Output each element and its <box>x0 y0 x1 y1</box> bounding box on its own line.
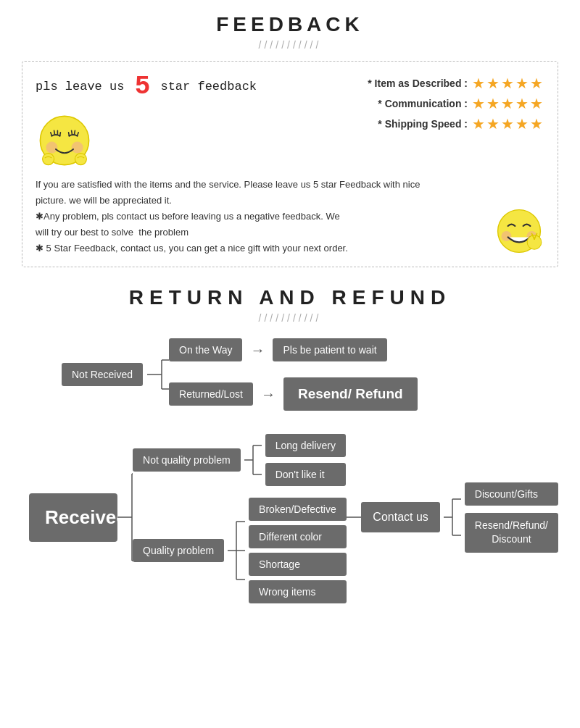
feedback-section: FEEDBACK /////////// pls leave us 5 star… <box>0 0 580 275</box>
quality-problem-box: Quality problem <box>133 539 224 562</box>
to-contact-svg <box>347 445 362 590</box>
not-received-branches: On the Way → Pls be patient to wait Retu… <box>169 338 418 411</box>
smiley-face-2 <box>494 206 544 256</box>
arrow-1: → <box>250 342 265 359</box>
feedback-body: If you are satisfied with the items and … <box>36 177 544 256</box>
feedback-body-inner: If you are satisfied with the items and … <box>36 177 544 256</box>
returned-lost-box: Returned/Lost <box>169 382 253 406</box>
tagline-prefix: pls leave us <box>36 80 124 93</box>
wrong-items-box: Wrong items <box>249 580 347 603</box>
contact-us-box: Contact us <box>361 502 439 532</box>
pls-wait-box: Pls be patient to wait <box>273 338 386 361</box>
rating-row-2: * Communication : ★★★★★ <box>366 95 544 112</box>
refund-section: RETURN AND REFUND /////////// Not Receiv… <box>0 275 580 618</box>
quality-group: Quality problem Broken/Defective <box>133 498 347 603</box>
received-middle: Not quality problem Long delivery Don <box>133 431 347 603</box>
quality-svg <box>228 507 245 594</box>
svg-point-2 <box>72 142 83 154</box>
arrow-2: → <box>261 386 276 403</box>
svg-point-16 <box>527 235 542 250</box>
feedback-left: pls leave us 5 star feedback <box>36 72 257 170</box>
broken-box: Broken/Defective <box>249 498 347 521</box>
resend-refund-discount-box: Resend/Refund/Discount <box>465 513 558 553</box>
rating-row-1: * Item as Described : ★★★★★ <box>366 75 544 92</box>
received-flow: Received Not quality problem <box>29 431 558 603</box>
on-the-way-row: On the Way → Pls be patient to wait <box>169 338 418 361</box>
not-quality-group: Not quality problem Long delivery Don <box>133 431 347 489</box>
received-box: Received <box>29 493 117 542</box>
received-branches-svg <box>117 445 133 590</box>
feedback-line2: picture. we will be appreciated it. <box>36 193 486 209</box>
feedback-tagline: pls leave us 5 star feedback <box>36 72 257 101</box>
feedback-title: FEEDBACK <box>22 13 558 36</box>
svg-point-11 <box>43 154 54 165</box>
rating-stars-3: ★★★★★ <box>472 115 544 133</box>
feedback-box: pls leave us 5 star feedback <box>22 61 558 267</box>
not-quality-box: Not quality problem <box>133 448 241 472</box>
resend-refund-box: Resend/ Refund <box>283 377 418 411</box>
smiley-face-1 <box>36 112 94 170</box>
on-the-way-box: On the Way <box>169 338 242 361</box>
feedback-line4: will try our best to solve the problem <box>36 225 486 240</box>
quality-items: Broken/Defective Different color Shortag… <box>249 498 347 603</box>
feedback-line1: If you are satisfied with the items and … <box>36 177 486 193</box>
svg-point-12 <box>75 154 86 165</box>
rating-stars-1: ★★★★★ <box>472 75 544 92</box>
tagline-number: 5 <box>135 72 151 101</box>
svg-line-6 <box>60 133 61 136</box>
feedback-line5: ✱ 5 Star Feedback, contact us, you can g… <box>36 240 486 256</box>
feedback-text: If you are satisfied with the items and … <box>36 177 486 256</box>
flow-diagram: Not Received On the Way → Pls be patient… <box>22 338 558 603</box>
feedback-ratings: * Item as Described : ★★★★★ * Communicat… <box>366 72 544 133</box>
svg-line-4 <box>54 130 55 134</box>
discount-gifts-box: Discount/Gifts <box>465 482 558 506</box>
refund-divider: /////////// <box>22 312 558 324</box>
rating-stars-2: ★★★★★ <box>472 95 544 112</box>
refund-title: RETURN AND REFUND <box>22 286 558 309</box>
diff-color-box: Different color <box>249 525 347 548</box>
shortage-box: Shortage <box>249 553 347 576</box>
feedback-divider: /////////// <box>22 39 558 51</box>
rating-label-1: * Item as Described : <box>366 78 468 89</box>
returned-lost-row: Returned/Lost → Resend/ Refund <box>169 377 418 411</box>
rating-label-3: * Shipping Speed : <box>366 118 468 130</box>
feedback-top-row: pls leave us 5 star feedback <box>36 72 544 170</box>
not-quality-items: Long delivery Don't like it <box>265 434 346 486</box>
not-received-box: Not Received <box>62 363 143 386</box>
svg-line-9 <box>75 130 75 134</box>
contact-results: Discount/Gifts Resend/Refund/Discount <box>465 482 558 553</box>
svg-line-8 <box>72 130 72 134</box>
svg-line-7 <box>69 133 70 136</box>
tagline-suffix: star feedback <box>160 80 257 93</box>
feedback-line3: ✱Any problem, pls contact us before leav… <box>36 209 486 225</box>
dont-like-box: Don't like it <box>265 463 346 486</box>
not-quality-svg <box>244 431 262 489</box>
not-received-flow: Not Received On the Way → Pls be patient… <box>62 338 558 411</box>
rating-label-2: * Communication : <box>366 98 468 109</box>
long-delivery-box: Long delivery <box>265 434 346 457</box>
contact-branch-svg <box>444 485 461 550</box>
rating-row-3: * Shipping Speed : ★★★★★ <box>366 115 544 133</box>
contact-group: Contact us Discount/Gifts Resend/Refund/… <box>361 482 558 553</box>
not-received-branches-svg <box>147 346 169 403</box>
svg-point-1 <box>46 142 57 154</box>
